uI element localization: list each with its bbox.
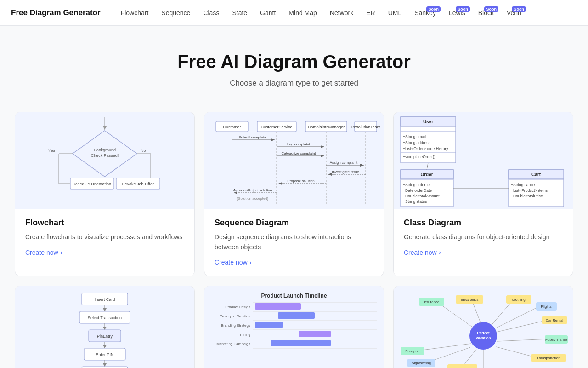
nav-item-venn[interactable]: VennSoon (501, 6, 527, 20)
svg-text:Marketing Campaign: Marketing Campaign (216, 342, 250, 346)
svg-text:Vacation: Vacation (476, 336, 491, 340)
svg-text:Submit complaint: Submit complaint (238, 135, 267, 139)
svg-text:Perfect: Perfect (477, 331, 489, 335)
nav-item-block[interactable]: BlockSoon (473, 6, 499, 20)
card-state: Insert Card Select Transaction PinEntry … (15, 286, 195, 368)
svg-rect-114 (255, 322, 283, 328)
card-mindmap: Perfect Vacation Insurance Electronics C… (393, 286, 573, 368)
nav-item-state[interactable]: State (226, 6, 253, 20)
card-sequence: Customer CustomerService ComplaintsManag… (204, 112, 384, 276)
create-now-class[interactable]: Create now› (404, 249, 563, 256)
svg-text:+String orderID: +String orderID (403, 183, 430, 187)
create-now-label: Create now (25, 249, 58, 256)
svg-text:Clothing: Clothing (512, 298, 525, 302)
svg-rect-112 (255, 303, 301, 310)
svg-text:Select Transaction: Select Transaction (88, 316, 122, 320)
svg-text:User: User (423, 119, 433, 124)
svg-text:Enter PIN: Enter PIN (96, 352, 113, 357)
nav-item-class[interactable]: Class (198, 6, 225, 20)
nav-badge: Soon (426, 6, 441, 12)
svg-text:Car Rental: Car Rental (546, 318, 563, 322)
nav-item-sequence[interactable]: Sequence (156, 6, 196, 20)
card-title-flowchart: Flowchart (25, 218, 184, 228)
nav-badge: Soon (484, 6, 498, 12)
svg-text:Yes: Yes (48, 148, 55, 153)
svg-text:Public Transit: Public Transit (545, 338, 568, 342)
svg-text:Cart: Cart (531, 172, 541, 177)
card-image-state: Insert Card Select Transaction PinEntry … (15, 286, 194, 368)
svg-text:Branding Strategy: Branding Strategy (221, 323, 250, 328)
brand-logo[interactable]: Free Diagram Generator (11, 8, 101, 17)
svg-text:Insurance: Insurance (423, 300, 440, 304)
card-image-sequence: Customer CustomerService ComplaintsManag… (204, 112, 384, 209)
card-flowchart: Background Check Passed! Schedule Orient… (15, 112, 195, 276)
svg-text:Schedule Orientation: Schedule Orientation (73, 182, 111, 186)
nav-badge: Soon (456, 6, 470, 12)
nav-item-sankey[interactable]: SankeySoon (409, 6, 441, 20)
svg-text:PinEntry: PinEntry (97, 334, 113, 339)
nav-badge: Soon (512, 6, 526, 12)
chevron-right-icon: › (439, 249, 441, 256)
svg-rect-115 (299, 331, 331, 337)
svg-text:+String cartID: +String cartID (511, 183, 535, 187)
svg-text:Propose solution: Propose solution (287, 179, 315, 183)
create-now-flowchart[interactable]: Create now› (25, 249, 184, 256)
svg-text:Passport: Passport (405, 349, 420, 353)
svg-text:Log complaint: Log complaint (287, 142, 311, 146)
card-desc-flowchart: Create flowcharts to visualize processes… (25, 232, 184, 242)
svg-text:Customer: Customer (223, 125, 241, 129)
card-desc-class: Generate class diagrams for object-orien… (404, 232, 563, 242)
card-image-flowchart: Background Check Passed! Schedule Orient… (15, 112, 194, 209)
card-image-gantt: Product Launch Timeline Product Design P… (204, 286, 384, 368)
svg-rect-113 (278, 312, 315, 319)
svg-text:Transportation: Transportation (537, 356, 560, 360)
svg-text:Investigate issue: Investigate issue (332, 170, 359, 174)
nav-item-lewis[interactable]: LewisSoon (443, 6, 471, 20)
hero-title: Free AI Diagram Generator (11, 52, 577, 72)
cards-grid: Background Check Passed! Schedule Orient… (0, 103, 588, 368)
card-body-class: Class DiagramGenerate class diagrams for… (394, 209, 573, 276)
svg-text:Assign complaint: Assign complaint (330, 161, 358, 165)
svg-text:Categorize complaint: Categorize complaint (281, 151, 316, 155)
hero-subtitle: Choose a diagram type to get started (11, 79, 577, 88)
svg-text:No: No (141, 148, 146, 153)
card-class: User +String email +String address +List… (393, 112, 573, 276)
card-title-sequence: Sequence Diagram (215, 218, 373, 228)
nav-items: FlowchartSequenceClassStateGanttMind Map… (115, 6, 577, 20)
create-now-label: Create now (215, 259, 248, 266)
create-now-label: Create now (404, 249, 437, 256)
svg-text:+String email: +String email (403, 134, 426, 139)
nav-item-mind-map[interactable]: Mind Map (283, 6, 322, 20)
svg-text:+Date orderDate: +Date orderDate (403, 188, 432, 193)
card-desc-sequence: Design sequence diagrams to show interac… (215, 232, 373, 252)
svg-text:Prototype Creation: Prototype Creation (220, 314, 250, 318)
nav-item-gantt[interactable]: Gantt (254, 6, 281, 20)
card-gantt: Product Launch Timeline Product Design P… (204, 286, 384, 368)
svg-text:CustomerService: CustomerService (260, 125, 292, 129)
nav-item-uml[interactable]: UML (383, 6, 407, 20)
svg-text:+Double totalAmount: +Double totalAmount (403, 194, 440, 198)
svg-text:Product Design: Product Design (225, 305, 250, 309)
svg-text:+List<Product> items: +List<Product> items (511, 188, 548, 193)
svg-rect-116 (271, 340, 331, 346)
nav-item-flowchart[interactable]: Flowchart (115, 6, 154, 20)
svg-text:Insert Card: Insert Card (95, 297, 115, 302)
card-image-class: User +String email +String address +List… (394, 112, 573, 209)
card-body-sequence: Sequence DiagramDesign sequence diagrams… (204, 209, 384, 276)
create-now-sequence[interactable]: Create now› (215, 259, 373, 266)
svg-text:ResolutionTeam: ResolutionTeam (351, 125, 381, 129)
svg-text:Approve/Reject solution: Approve/Reject solution (233, 188, 272, 192)
svg-text:Timing: Timing (239, 333, 250, 337)
svg-text:Background: Background (94, 148, 116, 152)
card-image-mindmap: Perfect Vacation Insurance Electronics C… (394, 286, 573, 368)
nav-item-er[interactable]: ER (361, 6, 380, 20)
nav-item-network[interactable]: Network (324, 6, 359, 20)
hero-section: Free AI Diagram Generator Choose a diagr… (0, 26, 588, 103)
svg-text:[Solution accepted]: [Solution accepted] (237, 196, 268, 201)
svg-text:Flights: Flights (541, 305, 552, 309)
svg-text:ComplaintsManager: ComplaintsManager (308, 125, 345, 129)
svg-text:Product Launch Timeline: Product Launch Timeline (261, 293, 327, 299)
svg-text:Revoke Job Offer: Revoke Job Offer (122, 182, 154, 186)
svg-text:+void placeOrder(): +void placeOrder() (403, 155, 435, 159)
navbar: Free Diagram Generator FlowchartSequence… (0, 0, 588, 26)
